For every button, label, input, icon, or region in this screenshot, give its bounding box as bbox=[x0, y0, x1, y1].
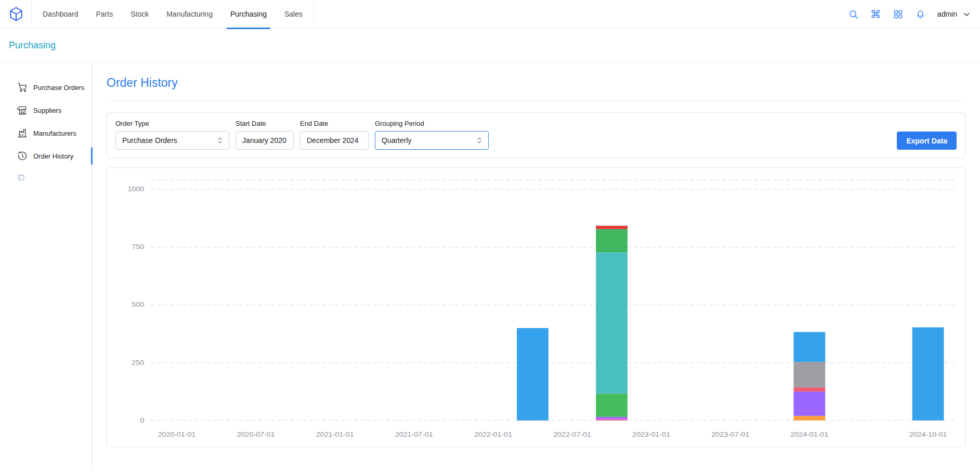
start-date-group: Start Date bbox=[236, 120, 294, 150]
username-label: admin bbox=[937, 10, 957, 18]
svg-text:2022-01-01: 2022-01-01 bbox=[474, 430, 512, 438]
svg-text:750: 750 bbox=[132, 243, 144, 251]
svg-text:2024-10-01: 2024-10-01 bbox=[909, 430, 947, 438]
search-icon[interactable] bbox=[848, 9, 859, 20]
command-palette-icon[interactable]: ⌘ bbox=[870, 9, 881, 20]
shopping-cart-icon bbox=[17, 82, 28, 93]
select-chevrons-icon bbox=[216, 136, 224, 145]
breadcrumb-link-purchasing[interactable]: Purchasing bbox=[9, 40, 56, 51]
sidebar-item-label: Suppliers bbox=[33, 107, 61, 114]
navbar-actions: ⌘ admin bbox=[848, 9, 972, 20]
order-type-group: Order Type Purchase Orders bbox=[115, 120, 229, 150]
tab-stock[interactable]: Stock bbox=[122, 0, 158, 29]
end-date-input[interactable] bbox=[300, 131, 369, 150]
sidebar-item-label: Order History bbox=[33, 152, 73, 160]
sidebar-item-suppliers[interactable]: Suppliers bbox=[0, 99, 92, 122]
sidebar-item-purchase-orders[interactable]: Purchase Orders bbox=[0, 76, 92, 99]
order-type-select[interactable]: Purchase Orders bbox=[115, 131, 229, 150]
title-divider bbox=[107, 101, 965, 101]
svg-text:0: 0 bbox=[140, 416, 144, 424]
user-menu[interactable]: admin bbox=[937, 9, 972, 19]
app-logo-icon[interactable] bbox=[8, 6, 24, 22]
svg-text:1000: 1000 bbox=[127, 185, 144, 193]
sidebar-item-manufacturers[interactable]: Manufacturers bbox=[0, 122, 92, 145]
svg-text:2023-07-01: 2023-07-01 bbox=[711, 430, 749, 438]
select-chevrons-icon bbox=[475, 136, 484, 145]
notifications-bell-icon[interactable] bbox=[915, 9, 926, 20]
svg-text:2021-07-01: 2021-07-01 bbox=[395, 430, 433, 438]
tab-dashboard[interactable]: Dashboard bbox=[34, 0, 87, 29]
history-clock-icon bbox=[17, 151, 28, 161]
filter-panel: Order Type Purchase Orders Start Date En… bbox=[107, 112, 965, 158]
grouping-period-label: Grouping Period bbox=[375, 120, 489, 127]
sidebar-item-order-history[interactable]: Order History bbox=[0, 145, 92, 167]
store-icon bbox=[17, 105, 28, 115]
sidebar: Purchase Orders Suppliers Manufacturer bbox=[0, 62, 92, 470]
collapse-sidebar-icon[interactable] bbox=[17, 174, 25, 181]
grouping-period-group: Grouping Period Quarterly bbox=[375, 120, 489, 150]
end-date-group: End Date bbox=[300, 120, 369, 150]
svg-text:2023-01-01: 2023-01-01 bbox=[632, 430, 670, 438]
tab-sales[interactable]: Sales bbox=[276, 0, 311, 29]
svg-text:2022-07-01: 2022-07-01 bbox=[553, 430, 591, 438]
order-history-chart: 025050075010002020-01-012020-07-012021-0… bbox=[112, 174, 960, 444]
end-date-label: End Date bbox=[300, 120, 369, 127]
chart-panel: 025050075010002020-01-012020-07-012021-0… bbox=[107, 167, 965, 447]
sidebar-item-label: Manufacturers bbox=[33, 129, 76, 137]
breadcrumb: Purchasing bbox=[0, 29, 980, 62]
svg-text:2021-01-01: 2021-01-01 bbox=[316, 430, 354, 438]
tab-parts[interactable]: Parts bbox=[87, 0, 122, 29]
tab-manufacturing[interactable]: Manufacturing bbox=[158, 0, 221, 29]
start-date-label: Start Date bbox=[236, 120, 294, 127]
tab-purchasing[interactable]: Purchasing bbox=[221, 0, 276, 29]
start-date-input[interactable] bbox=[236, 131, 294, 150]
svg-text:2024-01-01: 2024-01-01 bbox=[791, 430, 829, 438]
svg-text:500: 500 bbox=[132, 300, 144, 309]
factory-icon bbox=[17, 128, 28, 138]
chevron-down-icon bbox=[962, 9, 972, 19]
svg-text:250: 250 bbox=[132, 358, 144, 367]
sidebar-item-label: Purchase Orders bbox=[33, 84, 84, 91]
nav-tabs: Dashboard Parts Stock Manufacturing Purc… bbox=[31, 0, 314, 29]
svg-text:2020-01-01: 2020-01-01 bbox=[158, 430, 196, 438]
barcode-scan-icon[interactable] bbox=[893, 9, 904, 20]
order-type-value: Purchase Orders bbox=[122, 136, 177, 145]
main-panel: Order History Order Type Purchase Orders… bbox=[92, 62, 980, 470]
order-type-label: Order Type bbox=[115, 120, 229, 127]
grouping-period-value: Quarterly bbox=[382, 136, 412, 145]
export-data-button[interactable]: Export Data bbox=[897, 132, 957, 150]
top-navbar: Dashboard Parts Stock Manufacturing Purc… bbox=[0, 0, 980, 29]
page-title: Order History bbox=[107, 76, 965, 90]
svg-text:2020-07-01: 2020-07-01 bbox=[237, 430, 275, 438]
grouping-period-select[interactable]: Quarterly bbox=[375, 131, 489, 150]
